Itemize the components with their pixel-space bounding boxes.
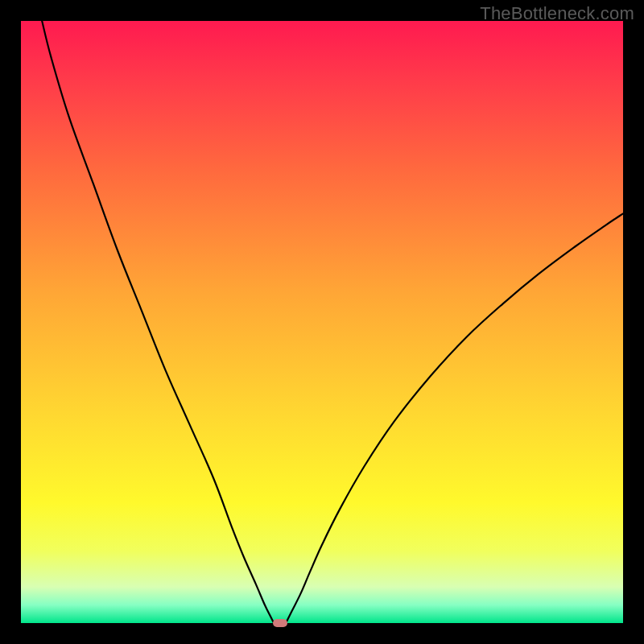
curve-left-branch: [42, 21, 274, 623]
curve-right-branch: [286, 213, 623, 623]
plot-area: [21, 21, 623, 623]
bottleneck-curve: [21, 21, 623, 623]
watermark-text: TheBottleneck.com: [480, 3, 634, 24]
minimum-marker: [273, 619, 287, 627]
